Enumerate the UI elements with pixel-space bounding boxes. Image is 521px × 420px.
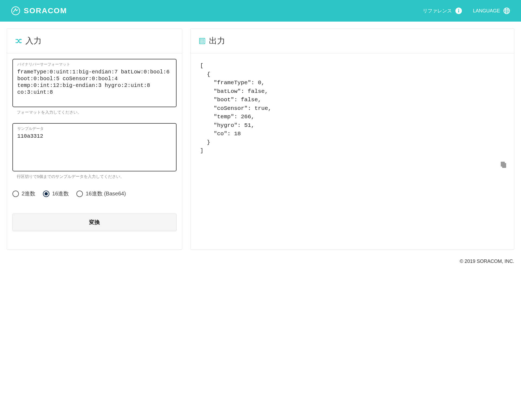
format-field-box[interactable]: バイナリパーサーフォーマット: [12, 59, 177, 107]
output-panel-header: 出力: [191, 29, 514, 53]
svg-rect-13: [202, 40, 202, 41]
input-panel: 入力 バイナリパーサーフォーマット フォーマットを入力してください。 サンプルデ…: [7, 28, 182, 250]
radio-option-0[interactable]: 2進数: [12, 190, 35, 197]
radix-radio-group: 2進数16進数16進数 (Base64): [12, 190, 177, 197]
footer: © 2019 SORACOM, INC.: [0, 256, 521, 270]
output-result: [ { "frameType": 0, "batLow": false, "bo…: [191, 53, 514, 163]
radio-circle-icon: [43, 191, 49, 197]
svg-rect-12: [200, 40, 201, 41]
soracom-logo-icon: [11, 6, 21, 16]
sample-input[interactable]: [17, 133, 172, 167]
format-input[interactable]: [17, 69, 172, 102]
radio-circle-icon: [12, 191, 19, 197]
sample-field-box[interactable]: サンプルデータ: [12, 123, 177, 171]
svg-rect-3: [458, 10, 459, 12]
format-helper: フォーマットを入力してください。: [12, 110, 177, 115]
reference-link[interactable]: リファレンス: [423, 7, 462, 14]
radio-circle-icon: [76, 191, 83, 197]
sample-helper: 行区切りで5個までのサンプルデータを入力してください。: [12, 174, 177, 179]
svg-rect-10: [202, 39, 202, 40]
radio-option-2[interactable]: 16進数 (Base64): [76, 190, 126, 197]
svg-point-1: [13, 12, 14, 12]
reference-label: リファレンス: [423, 8, 452, 14]
svg-rect-16: [202, 42, 202, 43]
format-field-label: バイナリパーサーフォーマット: [17, 62, 172, 67]
brand-text: SORACOM: [24, 6, 67, 15]
svg-rect-17: [203, 42, 204, 43]
convert-button[interactable]: 変換: [12, 214, 177, 231]
svg-point-4: [458, 9, 459, 10]
svg-rect-11: [203, 39, 204, 40]
output-panel: 出力 [ { "frameType": 0, "batLow": false, …: [190, 28, 514, 250]
radio-label: 16進数: [52, 190, 69, 197]
svg-rect-20: [502, 163, 506, 168]
header-right: リファレンス LANGUAGE: [423, 7, 510, 14]
shuffle-icon: [15, 38, 22, 45]
copy-icon[interactable]: [500, 161, 507, 168]
format-field-group: バイナリパーサーフォーマット フォーマットを入力してください。: [12, 59, 177, 115]
header: SORACOM リファレンス LANGUAGE: [0, 0, 521, 22]
svg-rect-9: [200, 39, 201, 40]
svg-rect-15: [200, 42, 201, 43]
info-icon: [455, 7, 462, 14]
copyright-text: © 2019 SORACOM, INC.: [460, 259, 514, 264]
input-panel-header: 入力: [7, 29, 182, 53]
globe-icon: [503, 7, 510, 14]
output-title: 出力: [209, 35, 225, 46]
svg-rect-14: [203, 40, 204, 41]
sample-field-group: サンプルデータ 行区切りで5個までのサンプルデータを入力してください。: [12, 123, 177, 179]
grid-icon: [199, 38, 206, 45]
logo[interactable]: SORACOM: [11, 6, 67, 16]
input-title: 入力: [25, 35, 42, 46]
input-panel-body: バイナリパーサーフォーマット フォーマットを入力してください。 サンプルデータ …: [7, 53, 182, 236]
svg-point-0: [12, 7, 20, 15]
main-content: 入力 バイナリパーサーフォーマット フォーマットを入力してください。 サンプルデ…: [0, 22, 521, 256]
radio-label: 16進数 (Base64): [86, 190, 126, 197]
sample-field-label: サンプルデータ: [17, 126, 172, 131]
radio-option-1[interactable]: 16進数: [43, 190, 69, 197]
language-selector[interactable]: LANGUAGE: [473, 7, 510, 14]
radio-label: 2進数: [22, 190, 35, 197]
language-label: LANGUAGE: [473, 8, 500, 14]
